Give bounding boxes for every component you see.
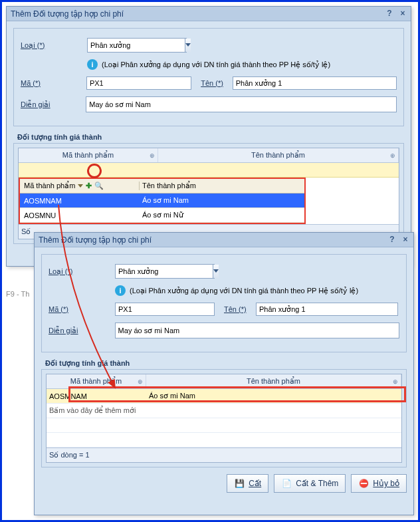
add-new-hint-row[interactable]: Bấm vào đây để thêm mới (47, 404, 401, 418)
save-button[interactable]: 💾 Cất (227, 474, 268, 493)
binoculars-icon[interactable]: 🔍 (94, 182, 104, 190)
dropdown-row[interactable]: AOSMNU Áo sơ mi Nữ (20, 208, 304, 223)
loai-combo[interactable] (115, 264, 215, 279)
loai-combo[interactable] (87, 38, 187, 53)
ma-input[interactable] (115, 303, 215, 316)
info-icon: i (87, 59, 98, 70)
dropdown-row-selected[interactable]: AOSMNAM Áo sơ mi Nam (20, 194, 304, 208)
group-label: Đối tượng tính giá thành (17, 133, 411, 142)
form-area: Loại (*) i (Loại Phân xưởng áp dụng với … (41, 254, 407, 352)
col-code[interactable]: Mã thành phẩm⊕ (47, 374, 146, 388)
chevron-down-icon (78, 184, 83, 188)
dialog-add-cost-object-2: Thêm Đối tượng tập hợp chi phí ? × Loại … (34, 232, 414, 515)
save-icon: 💾 (234, 478, 245, 489)
grid-header: Mã thành phẩm⊕ Tên thành phẩm⊕ (19, 148, 399, 163)
col-name[interactable]: Tên thành phẩm⊕ (146, 374, 401, 388)
filter-row[interactable] (19, 163, 399, 178)
close-button[interactable]: × (397, 8, 408, 19)
ten-label: Tên (*) (224, 305, 256, 313)
help-button[interactable]: ? (387, 234, 397, 245)
grid-container: Mã thành phẩm⊕ Tên thành phẩm⊕ AOSMNAM Á… (41, 369, 407, 467)
table-row-empty (47, 433, 401, 448)
grid: Mã thành phẩm⊕ Tên thành phẩm⊕ AOSMNAM Á… (46, 374, 402, 463)
dropdown-header: Mã thành phẩm ✚ 🔍 Tên thành phẩm (20, 179, 304, 194)
col-code[interactable]: Mã thành phẩm⊕ (19, 148, 158, 162)
ma-label: Mã (*) (49, 305, 115, 313)
ten-label: Tên (*) (201, 79, 232, 87)
save-and-add-button[interactable]: 📄 Cất & Thêm (274, 474, 346, 493)
ten-input[interactable] (233, 76, 397, 90)
form-area: Loại (*) i (Loại Phân xưởng áp dụng với … (13, 28, 404, 126)
cancel-icon: ⛔ (358, 478, 369, 489)
loai-input[interactable] (116, 265, 213, 278)
cancel-button[interactable]: ⛔ Hủy bỏ (351, 474, 407, 493)
diengiai-input[interactable] (115, 323, 399, 338)
dialog-title: Thêm Đối tượng tập hợp chi phí (11, 9, 124, 19)
loai-label: Loại (*) (49, 267, 115, 276)
f9-hint: F9 - Th (6, 290, 29, 298)
dropdown-arrow-icon[interactable] (213, 265, 219, 278)
pin-icon: ⊕ (390, 152, 395, 159)
dropdown-panel: Mã thành phẩm ✚ 🔍 Tên thành phẩm AOSMNAM… (19, 178, 306, 224)
dropdown-col-name: Tên thành phẩm (142, 182, 196, 190)
grid-body: AOSMNAM Áo sơ mi Nam Bấm vào đây để thêm… (47, 389, 401, 448)
grid-container: Mã thành phẩm⊕ Tên thành phẩm⊕ Mã thành … (13, 143, 404, 244)
grid-header: Mã thành phẩm⊕ Tên thành phẩm⊕ (47, 374, 401, 389)
diengiai-input[interactable] (86, 96, 397, 112)
svg-marker-0 (185, 43, 191, 47)
ten-input[interactable] (256, 303, 398, 316)
close-button[interactable]: × (400, 234, 411, 245)
save-add-icon: 📄 (281, 478, 292, 489)
info-icon: i (115, 285, 126, 296)
svg-marker-1 (78, 184, 83, 188)
svg-marker-2 (213, 269, 219, 273)
info-text: (Loại Phân xưởng áp dụng với DN tính giá… (102, 61, 330, 69)
dialog-add-cost-object-1: Thêm Đối tượng tập hợp chi phí ? × Loại … (6, 6, 411, 267)
group-label: Đối tượng tính giá thành (45, 359, 413, 368)
grid: Mã thành phẩm⊕ Tên thành phẩm⊕ Mã thành … (18, 148, 399, 239)
diengiai-label: Diễn giải (49, 326, 115, 335)
table-row[interactable]: AOSMNAM Áo sơ mi Nam (47, 389, 401, 404)
dropdown-arrow-icon[interactable] (185, 39, 191, 52)
table-row-empty (47, 418, 401, 433)
loai-label: Loại (*) (21, 41, 87, 50)
title-bar: Thêm Đối tượng tập hợp chi phí ? × (35, 233, 413, 247)
grid-footer: Số dòng = 1 (47, 448, 401, 462)
col-name[interactable]: Tên thành phẩm⊕ (158, 148, 399, 162)
pin-icon: ⊕ (138, 378, 143, 385)
pin-icon: ⊕ (150, 152, 155, 159)
dialog-title: Thêm Đối tượng tập hợp chi phí (39, 235, 152, 245)
button-bar: 💾 Cất 📄 Cất & Thêm ⛔ Hủy bỏ (35, 474, 407, 493)
title-bar: Thêm Đối tượng tập hợp chi phí ? × (7, 7, 411, 21)
diengiai-label: Diễn giải (21, 100, 86, 109)
dropdown-col-code: Mã thành phẩm (24, 182, 75, 190)
add-icon[interactable]: ✚ (86, 182, 92, 190)
ma-input[interactable] (86, 76, 191, 90)
info-text: (Loại Phân xưởng áp dụng với DN tính giá… (130, 287, 358, 295)
help-button[interactable]: ? (384, 8, 395, 19)
pin-icon: ⊕ (393, 378, 398, 385)
loai-input[interactable] (88, 39, 185, 52)
ma-label: Mã (*) (21, 79, 86, 87)
